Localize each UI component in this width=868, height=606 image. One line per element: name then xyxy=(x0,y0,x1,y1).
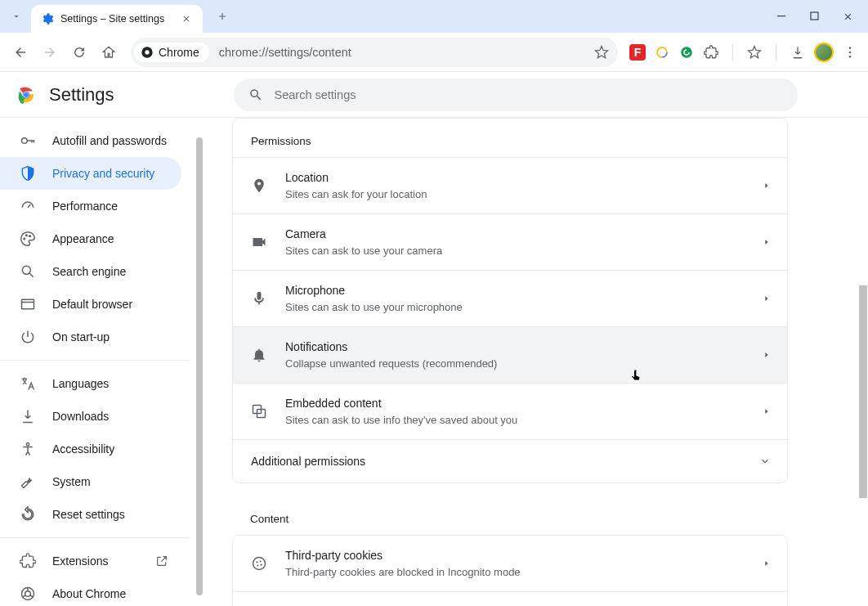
chevron-right-icon xyxy=(763,294,771,303)
sidebar-item-extensions[interactable]: Extensions xyxy=(0,545,181,577)
extension-grammarly-icon[interactable] xyxy=(678,44,695,61)
section-heading: Content xyxy=(232,500,788,535)
window-titlebar: Settings – Site settings xyxy=(0,0,868,33)
downloads-button[interactable] xyxy=(790,44,806,61)
extension-flipboard-icon[interactable]: F xyxy=(629,44,646,61)
svg-point-3 xyxy=(145,50,149,54)
chevron-down-icon xyxy=(11,11,21,21)
cookie-icon xyxy=(251,555,267,572)
permission-row-notifications[interactable]: Notifications Collapse unwanted requests… xyxy=(233,326,787,383)
svg-rect-19 xyxy=(22,299,34,309)
svg-point-16 xyxy=(26,235,28,236)
browser-tab[interactable]: Settings – Site settings xyxy=(31,5,203,33)
tab-title: Settings – Site settings xyxy=(60,13,173,25)
chevron-right-icon xyxy=(763,238,771,246)
external-link-icon xyxy=(155,554,168,568)
speedometer-icon xyxy=(20,198,36,214)
profile-avatar[interactable] xyxy=(814,43,834,62)
sidebar-item-reset[interactable]: Reset settings xyxy=(0,498,181,531)
sidebar-item-search-engine[interactable]: Search engine xyxy=(0,255,181,288)
extensions-button[interactable] xyxy=(703,44,719,61)
sidebar-item-default-browser[interactable]: Default browser xyxy=(0,288,181,321)
chevron-right-icon xyxy=(763,182,771,190)
svg-point-9 xyxy=(849,55,852,57)
svg-point-20 xyxy=(26,443,29,446)
permission-row-microphone[interactable]: Microphone Sites can ask to use your mic… xyxy=(233,270,787,326)
permission-title: Camera xyxy=(285,226,745,242)
content-row-javascript[interactable]: JavaScript xyxy=(233,591,787,606)
sidebar-item-system[interactable]: System xyxy=(0,465,181,498)
permission-subtitle: Sites can ask to use your microphone xyxy=(285,300,745,315)
scrollbar-thumb[interactable] xyxy=(859,285,867,498)
extension-colorful-icon[interactable] xyxy=(654,44,670,61)
sidebar-item-label: Accessibility xyxy=(52,442,114,456)
permission-row-camera[interactable]: Camera Sites can ask to use your camera xyxy=(233,213,787,270)
svg-point-8 xyxy=(849,51,852,53)
reset-icon xyxy=(20,506,36,523)
key-icon xyxy=(20,132,36,149)
permission-title: Embedded content xyxy=(285,395,745,411)
reload-button[interactable] xyxy=(65,38,93,66)
address-bar[interactable]: Chrome chrome://settings/content xyxy=(131,38,618,67)
sidebar-item-accessibility[interactable]: Accessibility xyxy=(0,433,181,465)
sidebar-item-downloads[interactable]: Downloads xyxy=(0,400,181,433)
browser-menu-button[interactable] xyxy=(842,44,858,61)
extensions-area: F xyxy=(626,43,861,62)
content-row-cookies[interactable]: Third-party cookies Third-party cookies … xyxy=(233,536,787,591)
settings-gear-icon xyxy=(41,12,54,25)
tab-close-button[interactable] xyxy=(180,12,193,25)
home-button[interactable] xyxy=(95,38,123,66)
sidebar-item-appearance[interactable]: Appearance xyxy=(0,222,181,255)
sidebar-scrollbar[interactable] xyxy=(196,123,203,599)
sidebar-item-label: Autofill and passwords xyxy=(52,134,167,147)
bookmark-button[interactable] xyxy=(588,39,615,65)
sidebar-item-languages[interactable]: Languages xyxy=(0,367,181,400)
svg-point-18 xyxy=(22,266,30,274)
chevron-right-icon xyxy=(763,407,771,415)
main-scrollbar[interactable] xyxy=(859,118,867,605)
tab-search-button[interactable] xyxy=(7,7,26,26)
window-maximize-button[interactable] xyxy=(804,6,825,27)
site-info-chip[interactable]: Chrome xyxy=(134,43,209,62)
window-minimize-button[interactable] xyxy=(772,6,793,27)
sidebar-item-about[interactable]: About Chrome xyxy=(0,577,181,606)
search-settings-box[interactable] xyxy=(234,79,798,111)
sidebar-item-label: Downloads xyxy=(52,410,109,423)
wrench-icon xyxy=(20,474,36,490)
permission-row-location[interactable]: Location Sites can ask for your location xyxy=(233,157,787,213)
power-icon xyxy=(20,329,36,345)
sidebar-item-performance[interactable]: Performance xyxy=(0,190,181,222)
settings-sidebar: Autofill and passwords Privacy and secur… xyxy=(0,124,190,606)
search-icon xyxy=(20,263,36,280)
bookmarks-button[interactable] xyxy=(746,44,763,61)
palette-icon xyxy=(20,231,36,247)
sidebar-item-privacy[interactable]: Privacy and security xyxy=(0,157,181,190)
svg-point-27 xyxy=(260,560,262,562)
window-close-button[interactable] xyxy=(837,6,858,27)
scrollbar-thumb[interactable] xyxy=(196,137,203,595)
permission-subtitle: Collapse unwanted requests (recommended) xyxy=(285,357,745,371)
accessibility-icon xyxy=(20,441,36,457)
new-tab-button[interactable] xyxy=(211,5,234,28)
sidebar-item-label: Extensions xyxy=(52,554,108,568)
sidebar-item-label: Privacy and security xyxy=(52,167,154,180)
svg-point-6 xyxy=(681,47,692,58)
permission-row-embedded[interactable]: Embedded content Sites can ask to use in… xyxy=(233,383,787,439)
translate-icon xyxy=(20,375,36,392)
sidebar-item-startup[interactable]: On start-up xyxy=(0,321,181,353)
svg-point-29 xyxy=(260,564,262,566)
svg-point-15 xyxy=(24,238,25,240)
search-settings-input[interactable] xyxy=(275,88,783,101)
main-content: Permissions Location Sites can ask for y… xyxy=(206,118,868,606)
page-title: Settings xyxy=(49,84,114,105)
additional-permissions-row[interactable]: Additional permissions xyxy=(233,439,787,483)
back-button[interactable] xyxy=(7,38,34,66)
camera-icon xyxy=(251,234,267,250)
url-text: chrome://settings/content xyxy=(219,46,588,59)
content-section: Content Third-party cookies Third-party … xyxy=(232,500,788,606)
sidebar-item-label: Appearance xyxy=(52,232,114,245)
forward-button[interactable] xyxy=(36,38,64,66)
sidebar-item-autofill[interactable]: Autofill and passwords xyxy=(0,124,181,157)
chrome-icon xyxy=(141,46,154,59)
sidebar-item-label: On start-up xyxy=(52,330,110,343)
